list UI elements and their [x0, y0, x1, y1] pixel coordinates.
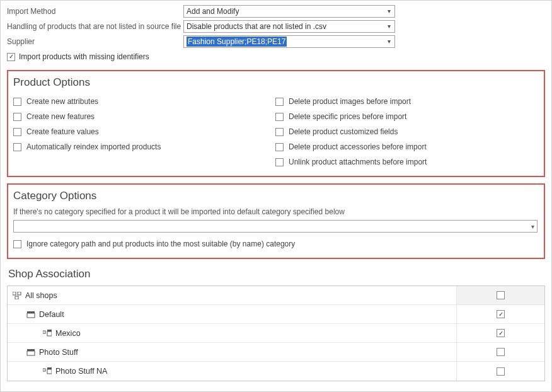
category-note: If there's no category specified for a p…: [13, 207, 538, 216]
shop-row-label[interactable]: All shops: [8, 291, 456, 300]
svg-rect-7: [47, 331, 52, 336]
shop-row: All shops: [8, 286, 544, 305]
option-row: Delete product images before import: [275, 94, 538, 109]
svg-rect-9: [27, 351, 35, 355]
option-label: Delete product accessories before import: [289, 142, 427, 151]
chevron-down-icon: ▾: [384, 8, 393, 14]
shop-row-label[interactable]: Photo Stuff: [8, 348, 456, 357]
shop-association-title: Shop Association: [8, 268, 545, 280]
shop-checkbox-cell: [456, 343, 544, 361]
svg-rect-12: [47, 369, 52, 374]
option-checkbox[interactable]: [13, 113, 21, 121]
handling-label: Handling of products that are not listed…: [7, 22, 183, 31]
option-checkbox[interactable]: [13, 98, 21, 106]
missing-ids-label: Import products with missing identifiers: [19, 52, 149, 61]
shop-row: Photo Stuff: [8, 343, 544, 362]
import-method-value: Add and Modify: [187, 7, 239, 16]
ignore-category-label: Ignore category path and put products in…: [26, 239, 295, 248]
option-row: Create new features: [13, 109, 275, 124]
missing-ids-checkbox[interactable]: [7, 53, 15, 61]
shop-row: Mexico: [8, 324, 544, 343]
chevron-down-icon: ▾: [531, 223, 534, 230]
shop-row-text: Default: [39, 310, 64, 319]
supplier-label: Supplier: [7, 37, 183, 46]
shop-checkbox-cell: [456, 286, 544, 304]
svg-rect-0: [13, 292, 16, 295]
import-method-label: Import Method: [7, 7, 183, 16]
handling-select[interactable]: Disable products that are not listed in …: [183, 20, 395, 33]
option-label: Unlink product attachments before import: [289, 158, 427, 166]
option-checkbox[interactable]: [13, 143, 21, 151]
option-label: Delete product customized fields: [289, 127, 398, 136]
option-row: Automatically reindex imported products: [13, 139, 275, 154]
shop-checkbox-cell: [456, 362, 544, 381]
svg-rect-10: [43, 369, 45, 371]
shop-row-text: Photo Stuff: [39, 348, 78, 357]
shop-association-table: All shopsDefaultMexicoPhoto StuffPhoto S…: [7, 285, 545, 381]
option-row: Create new attributes: [13, 94, 275, 109]
shop-row-text: Mexico: [55, 329, 81, 338]
shop-row-label[interactable]: Photo Stuff NA: [8, 367, 456, 376]
category-options-group: Category Options If there's no category …: [7, 183, 545, 259]
option-row: Delete product accessories before import: [275, 139, 538, 154]
option-label: Delete product images before import: [289, 97, 411, 106]
option-label: Create new attributes: [26, 97, 98, 106]
root-icon: [13, 292, 21, 299]
shop-row-label[interactable]: Mexico: [8, 329, 456, 338]
product-options-title: Product Options: [13, 76, 538, 89]
option-label: Create new features: [26, 112, 95, 121]
chevron-down-icon: ▾: [384, 38, 393, 45]
option-row: Unlink product attachments before import: [275, 154, 538, 170]
shop-icon: [43, 330, 52, 337]
option-row: Delete specific prices before import: [275, 109, 538, 124]
shop-checkbox-cell: [456, 324, 544, 342]
group-icon: [26, 349, 35, 356]
shop-row-text: All shops: [25, 291, 57, 300]
svg-rect-1: [18, 292, 21, 295]
option-row: Create feature values: [13, 124, 275, 139]
option-checkbox[interactable]: [275, 113, 284, 121]
svg-rect-2: [15, 296, 18, 299]
handling-value: Disable products that are not listed in …: [187, 22, 326, 31]
shop-checkbox[interactable]: [497, 367, 505, 376]
shop-row: Default: [8, 305, 544, 324]
option-checkbox[interactable]: [13, 128, 21, 136]
product-options-group: Product Options Create new attributesCre…: [7, 70, 545, 177]
option-checkbox[interactable]: [275, 128, 284, 136]
ignore-category-checkbox[interactable]: [13, 240, 21, 248]
option-label: Automatically reindex imported products: [26, 142, 161, 151]
shop-checkbox[interactable]: [497, 310, 505, 318]
shop-icon: [43, 367, 52, 375]
supplier-select[interactable]: Fashion Supplier;PE18;PE17 ▾: [183, 35, 395, 48]
import-method-select[interactable]: Add and Modify ▾: [183, 5, 395, 18]
shop-checkbox-cell: [456, 305, 544, 323]
chevron-down-icon: ▾: [384, 23, 393, 30]
option-checkbox[interactable]: [275, 98, 284, 106]
option-row: Delete product customized fields: [275, 124, 538, 139]
shop-checkbox[interactable]: [497, 329, 505, 337]
category-options-title: Category Options: [13, 190, 538, 202]
default-category-select[interactable]: ▾: [13, 220, 538, 233]
svg-rect-4: [27, 313, 35, 318]
option-label: Create feature values: [26, 127, 99, 136]
shop-checkbox[interactable]: [497, 348, 505, 356]
option-label: Delete specific prices before import: [289, 112, 406, 121]
supplier-value: Fashion Supplier;PE18;PE17: [187, 37, 287, 47]
shop-checkbox[interactable]: [497, 291, 505, 299]
shop-row-label[interactable]: Default: [8, 310, 456, 319]
shop-row: Photo Stuff NA: [8, 362, 544, 381]
group-icon: [26, 311, 35, 318]
option-checkbox[interactable]: [275, 158, 284, 166]
option-checkbox[interactable]: [275, 143, 284, 151]
shop-row-text: Photo Stuff NA: [55, 367, 107, 376]
svg-rect-5: [43, 331, 45, 333]
